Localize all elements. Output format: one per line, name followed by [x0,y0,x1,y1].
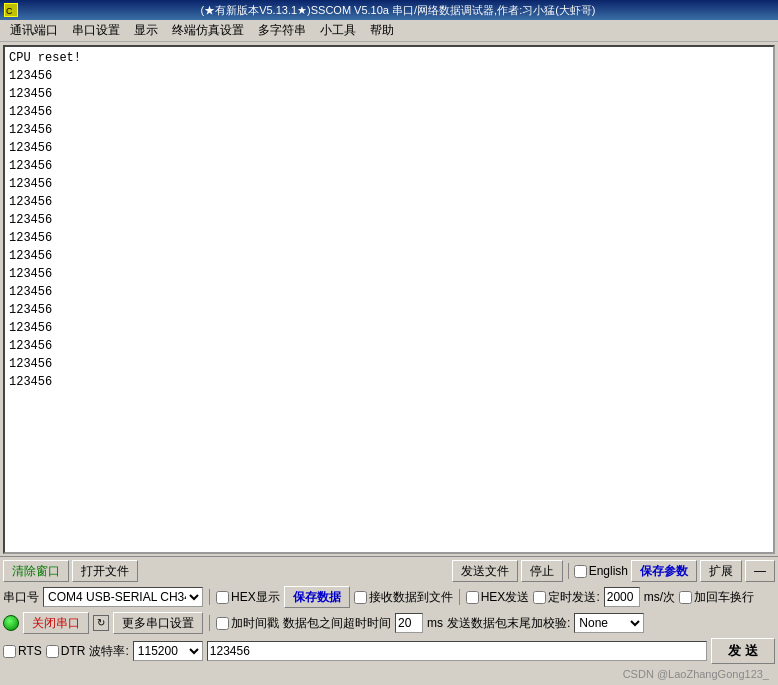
output-line-9: 123456 [9,211,769,229]
title-bar: C (★有新版本V5.13.1★)SSCOM V5.10a 串口/网络数据调试器… [0,0,778,20]
recv-file-label: 接收数据到文件 [369,589,453,606]
port-select[interactable]: COM4 USB-SERIAL CH340 [43,587,203,607]
close-port-button[interactable]: 关闭串口 [23,612,89,634]
divider3 [459,589,460,605]
status-bar: CSDN @LaoZhangGong123_ [3,665,775,683]
window-title: (★有新版本V5.13.1★)SSCOM V5.10a 串口/网络数据调试器,作… [22,3,774,18]
output-line-6: 123456 [9,157,769,175]
dtr-label: DTR [61,644,86,658]
english-checkbox-group: English [574,564,628,578]
timed-value-input[interactable]: 2000 [604,587,640,607]
english-checkbox[interactable] [574,565,587,578]
timed-unit-label: ms/次 [644,589,675,606]
divider1 [568,563,569,579]
port-status-icon [3,615,19,631]
hex-display-checkbox[interactable] [216,591,229,604]
output-line-15: 123456 [9,319,769,337]
output-line-10: 123456 [9,229,769,247]
output-line-16: 123456 [9,337,769,355]
output-line-1: 123456 [9,67,769,85]
divider2 [209,589,210,605]
svg-text:C: C [6,6,13,16]
toolbar-row1: 清除窗口 打开文件 发送文件 停止 English 保存参数 扩展 — [3,559,775,583]
hex-send-group: HEX发送 [466,589,530,606]
output-line-2: 123456 [9,85,769,103]
timed-send-group: 定时发送: [533,589,599,606]
send-input[interactable]: 123456 [207,641,708,661]
timeout-unit-label: ms [427,616,443,630]
stop-button[interactable]: 停止 [521,560,563,582]
dtr-group: DTR [46,644,86,658]
output-line-18: 123456 [9,373,769,391]
port-label: 串口号 [3,589,39,606]
timed-send-label: 定时发送: [548,589,599,606]
menu-bar: 通讯端口 串口设置 显示 终端仿真设置 多字符串 小工具 帮助 [0,20,778,42]
main-area: CPU reset! 123456 123456 123456 123456 1… [0,42,778,685]
clear-window-button[interactable]: 清除窗口 [3,560,69,582]
hex-send-checkbox[interactable] [466,591,479,604]
divider4 [209,615,210,631]
send-file-button[interactable]: 发送文件 [452,560,518,582]
timeout-value-input[interactable]: 20 [395,613,423,633]
recv-file-checkbox[interactable] [354,591,367,604]
row3: 关闭串口 ↻ 更多串口设置 加时间戳 数据包之间超时时间 20 ms 发送数据包… [3,611,775,635]
output-line-7: 123456 [9,175,769,193]
output-line-4: 123456 [9,121,769,139]
output-line-8: 123456 [9,193,769,211]
open-file-button[interactable]: 打开文件 [72,560,138,582]
rts-label: RTS [18,644,42,658]
multi-port-button[interactable]: 更多串口设置 [113,612,203,634]
menu-terminal[interactable]: 终端仿真设置 [166,20,250,41]
close-port-area: 关闭串口 [3,612,89,634]
add-cr-checkbox[interactable] [679,591,692,604]
add-timestamp-group: 加时间戳 [216,615,279,632]
output-line-17: 123456 [9,355,769,373]
timeout-label: 数据包之间超时时间 [283,615,391,632]
rts-group: RTS [3,644,42,658]
app-icon: C [4,3,18,17]
save-data-button[interactable]: 保存数据 [284,586,350,608]
dtr-checkbox[interactable] [46,645,59,658]
baudrate-select[interactable]: 115200 [133,641,203,661]
expand-button[interactable]: 扩展 [700,560,742,582]
add-cr-group: 加回车换行 [679,589,754,606]
add-cr-label: 加回车换行 [694,589,754,606]
bottom-panel: 清除窗口 打开文件 发送文件 停止 English 保存参数 扩展 — 串口号 … [0,556,778,685]
serial-output[interactable]: CPU reset! 123456 123456 123456 123456 1… [3,45,775,554]
output-line-3: 123456 [9,103,769,121]
add-timestamp-label: 加时间戳 [231,615,279,632]
menu-multistring[interactable]: 多字符串 [252,20,312,41]
menu-display[interactable]: 显示 [128,20,164,41]
menu-serial-settings[interactable]: 串口设置 [66,20,126,41]
hex-display-label: HEX显示 [231,589,280,606]
timed-send-checkbox[interactable] [533,591,546,604]
save-params-button[interactable]: 保存参数 [631,560,697,582]
send-end-check-select[interactable]: None [574,613,644,633]
baudrate-label: 波特率: [89,643,128,660]
add-timestamp-checkbox[interactable] [216,617,229,630]
csdn-status: CSDN @LaoZhangGong123_ [623,668,769,680]
hex-send-label: HEX发送 [481,589,530,606]
minimize-button[interactable]: — [745,560,775,582]
hex-display-group: HEX显示 [216,589,280,606]
rts-checkbox[interactable] [3,645,16,658]
english-label: English [589,564,628,578]
send-row: RTS DTR 波特率: 115200 123456 发 送 [3,637,775,665]
menu-comport[interactable]: 通讯端口 [4,20,64,41]
output-line-12: 123456 [9,265,769,283]
send-end-check-label: 发送数据包末尾加校验: [447,615,570,632]
output-line-14: 123456 [9,301,769,319]
recv-file-group: 接收数据到文件 [354,589,453,606]
refresh-icon[interactable]: ↻ [93,615,109,631]
output-line-5: 123456 [9,139,769,157]
output-line-13: 123456 [9,283,769,301]
settings-row: 串口号 COM4 USB-SERIAL CH340 HEX显示 保存数据 接收数… [3,585,775,609]
send-button[interactable]: 发 送 [711,638,775,664]
menu-help[interactable]: 帮助 [364,20,400,41]
output-line-11: 123456 [9,247,769,265]
menu-tools[interactable]: 小工具 [314,20,362,41]
output-line-0: CPU reset! [9,49,769,67]
